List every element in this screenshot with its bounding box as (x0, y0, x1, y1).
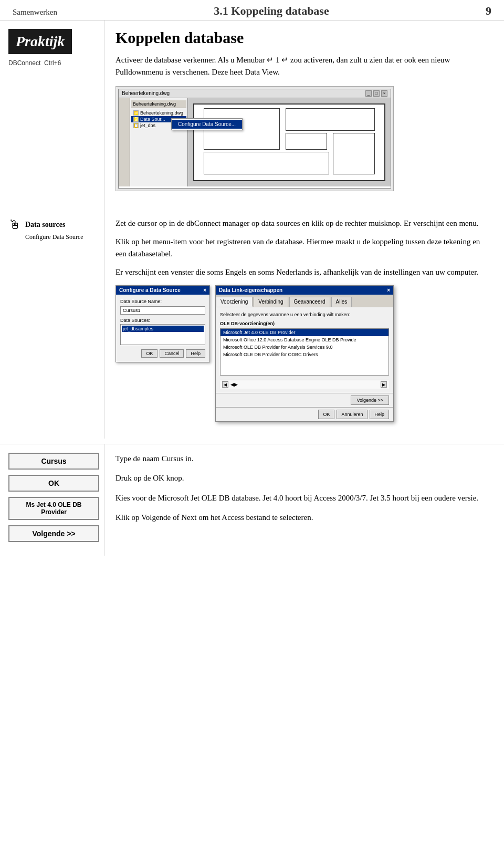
instruction-cursus-text: Type de naam Cursus in. (116, 453, 194, 465)
configure-field1-input[interactable] (120, 306, 205, 315)
main-content-top: Praktijk DBConnect Ctrl+6 Koppelen datab… (0, 20, 504, 209)
main-content-right-top: Koppelen database Activeer de database v… (105, 20, 504, 209)
tab-alles[interactable]: Alles (331, 297, 352, 307)
datasources-label-title: Data sources (25, 221, 65, 229)
datalink-help-btn[interactable]: Help (370, 410, 389, 419)
room-4 (333, 133, 375, 174)
datalink-footer-buttons: OK Annuleren Help (318, 410, 389, 419)
section-title: 3.1 Koppeling database (214, 4, 329, 18)
instruction-volgende-text: Klik op Volgende of Next om het Access b… (116, 512, 313, 524)
term-msjet: Ms Jet 4.0 OLE DB Provider (8, 497, 99, 520)
datalink-provider-list[interactable]: Microsoft Jet 4.0 OLE DB Provider Micros… (220, 328, 389, 376)
instruction-ok: Druk op de OK knop. (116, 472, 491, 484)
left-sidebar-top: Praktijk DBConnect Ctrl+6 (0, 20, 105, 209)
datalink-close-btn[interactable]: × (387, 287, 390, 293)
room-3 (286, 133, 328, 150)
configure-ok-btn[interactable]: OK (141, 349, 158, 358)
mouse-icon: 🖱 (8, 217, 21, 232)
datasource-desc-1: Zet de cursor op in de dbConnect manager… (116, 217, 491, 230)
cad-maximize[interactable]: □ (373, 90, 380, 97)
cad-drawing (188, 98, 391, 186)
cad-left-panel: Beheertekening.dwg 📁 Beheertekening.dwg … (130, 98, 188, 186)
cad-title-text: Beheertekening.dwg (122, 90, 170, 96)
datalink-title-bar: Data Link-eigenschappen × (216, 286, 393, 295)
cad-tree-item[interactable]: 📁 Beheertekening.dwg (131, 110, 186, 116)
configure-field2-label: Data Sources: (120, 318, 205, 323)
cad-tree-icon: 📁 (133, 110, 139, 116)
instruction-cursus: Type de naam Cursus in. (116, 453, 491, 465)
datalink-ok-btn[interactable]: OK (318, 410, 334, 419)
room-5 (204, 152, 329, 174)
bottom-section: Cursus OK Ms Jet 4.0 OLE DB Provider Vol… (0, 444, 504, 556)
datalink-annuleren-btn[interactable]: Annuleren (337, 410, 368, 419)
datalink-scroll-left[interactable]: ◀ (222, 381, 228, 388)
datalink-item-0[interactable]: Microsoft Jet 4.0 OLE DB Provider (220, 329, 388, 336)
cad-panel-title: Beheertekening.dwg (131, 100, 186, 108)
dialogs-row: Configure a Data Source × Data Source Na… (116, 285, 491, 422)
floor-plan (193, 103, 385, 181)
cad-tree-label: Beheertekening.dwg (140, 110, 183, 116)
cad-toolbar (119, 98, 130, 186)
tab-voorziening[interactable]: Voorziening (216, 297, 253, 307)
datalink-instruction: Selecteer de gegevens waarmee u een verb… (220, 311, 389, 318)
configure-datasources-list[interactable]: jet_dbsamples (120, 324, 205, 345)
main-title: Koppelen database (116, 29, 491, 47)
configure-datasource-label: Configure Data Source (8, 233, 99, 241)
datalink-item-1[interactable]: Microsoft Office 12.0 Access Database En… (220, 336, 388, 343)
datasource-desc-3: Er verschijnt een venster die soms Engel… (116, 266, 491, 278)
datalink-volgende-btn[interactable]: Volgende >> (351, 395, 389, 405)
configure-dialog-buttons: OK Cancel Help (120, 349, 205, 358)
cad-screenshot: Beheertekening.dwg _ □ × Beheertekening.… (116, 86, 394, 191)
configure-cancel-btn[interactable]: Cancel (160, 349, 184, 358)
configure-dialog-title-text: Configure a Data Source (119, 287, 181, 293)
chapter-label: Samenwerken (13, 8, 57, 17)
room-2 (286, 108, 375, 131)
cad-tree-datasource: Data Sour... (140, 117, 165, 122)
datalink-body: Selecteer de gegevens waarmee u een verb… (216, 307, 393, 393)
term-ok: OK (8, 475, 99, 492)
instruction-msjet-text: Kies voor de Microsoft Jet OLE DB databa… (116, 492, 478, 504)
cad-title-buttons: _ □ × (365, 90, 387, 97)
configure-dialog-close[interactable]: × (203, 287, 206, 293)
datalink-title-text: Data Link-eigenschappen (219, 287, 282, 293)
datalink-ok-footer: OK Annuleren Help (216, 407, 393, 421)
configure-datasource-dialog: Configure a Data Source × Data Source Na… (116, 285, 210, 362)
configure-dialog-title: Configure a Data Source × (116, 286, 209, 295)
page-header: Samenwerken 3.1 Koppeling database 9 (0, 0, 504, 20)
term-cursus: Cursus (8, 453, 99, 470)
datalink-dialog: Data Link-eigenschappen × Voorziening Ve… (215, 285, 394, 422)
datalink-tabs: Voorziening Verbinding Geavanceerd Alles (216, 295, 393, 307)
shortcut-command: DBConnect (8, 59, 40, 67)
datalink-footer: Volgende >> (216, 393, 393, 407)
cad-minimize[interactable]: _ (365, 90, 372, 97)
praktijk-box: Praktijk (8, 29, 72, 54)
datalink-scroll-area: ◀ ◀▶ ▶ (220, 380, 389, 389)
datasource-icon-row: 🖱 Data sources (8, 217, 99, 232)
instruction-msjet: Kies voor de Microsoft Jet OLE DB databa… (116, 492, 491, 504)
shortcut-keys: Ctrl+6 (44, 59, 61, 67)
cad-tree-icon-jet: 📋 (133, 123, 139, 128)
datasource-sidebar-group: 🖱 Data sources Configure Data Source (8, 217, 99, 241)
cad-body: Beheertekening.dwg 📁 Beheertekening.dwg … (119, 98, 391, 186)
page-number: 9 (486, 4, 491, 18)
datalink-scroll-right[interactable]: ▶ (381, 381, 387, 388)
shortcut-row: DBConnect Ctrl+6 (8, 59, 99, 67)
datalink-item-3[interactable]: Microsoft OLE DB Provider for ODBC Drive… (220, 351, 388, 358)
instruction-ok-text: Druk op de OK knop. (116, 472, 184, 484)
datasource-desc-2: Klik op het menu-item voor het registrer… (116, 236, 491, 261)
instruction-volgende: Klik op Volgende of Next om het Access b… (116, 512, 491, 524)
configure-help-btn[interactable]: Help (186, 349, 205, 358)
cad-tree-icon-db: 🗄 (133, 117, 139, 122)
context-menu-item-configure[interactable]: Configure Data Source... (172, 120, 242, 129)
configure-list-item[interactable]: jet_dbsamples (122, 326, 204, 332)
middle-section: 🖱 Data sources Configure Data Source Zet… (0, 209, 504, 439)
datalink-item-2[interactable]: Microsoft OLE DB Provider for Analysis S… (220, 343, 388, 351)
tab-geavanceerd[interactable]: Geavanceerd (289, 297, 330, 307)
tab-verbinding[interactable]: Verbinding (254, 297, 288, 307)
datalink-group-label: OLE DB-voorziening(en) (220, 321, 389, 326)
context-menu: Configure Data Source... (171, 118, 243, 130)
cad-tree-jet: jet_dbs (140, 123, 155, 128)
cad-close[interactable]: × (381, 90, 387, 97)
configure-field1-label: Data Source Name: (120, 299, 205, 304)
cad-window: Beheertekening.dwg _ □ × Beheertekening.… (118, 89, 391, 189)
